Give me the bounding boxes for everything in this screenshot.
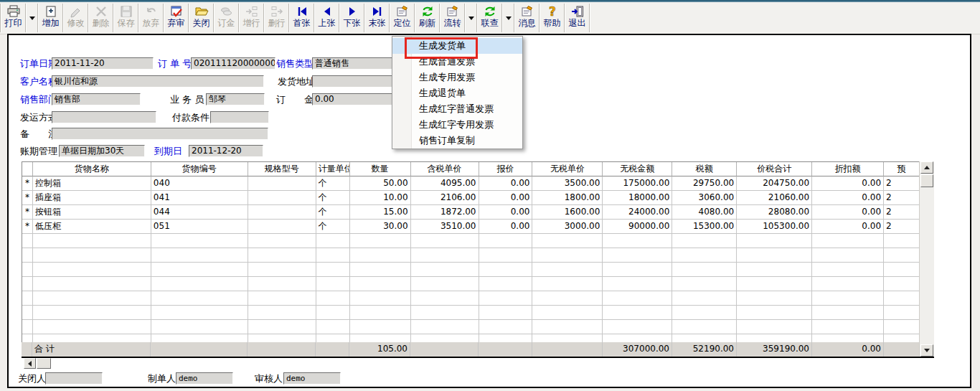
grid-cell[interactable] [603,320,672,334]
grid-cell[interactable]: 204750.00 [737,176,812,191]
grid-cell[interactable] [248,277,316,291]
grid-cell[interactable] [316,291,350,306]
menu-item-generate-delivery-note[interactable]: 生成发货单 [392,38,522,54]
grid-cell[interactable] [532,234,603,248]
grid-cell[interactable] [248,263,316,277]
grid-cell[interactable]: 15300.00 [672,220,737,234]
grid-cell[interactable] [248,176,316,191]
grid-cell[interactable] [672,234,737,248]
grid-cell[interactable] [248,320,316,334]
grid-cell[interactable] [479,342,532,357]
grid-cell[interactable] [33,277,151,291]
grid-cell[interactable] [350,320,411,334]
delivery-address-field[interactable] [312,75,392,88]
grid-cell[interactable] [532,263,603,277]
toolbar-dropdown-linked-query[interactable] [503,2,514,34]
ship-method-field[interactable] [52,111,156,123]
grid-cell[interactable] [316,277,350,291]
grid-cell[interactable] [812,291,884,306]
grid-cell[interactable] [151,277,248,291]
order-no-field[interactable]: 0201111200000000005 [191,57,275,70]
credit-period-field[interactable]: 单据日期加30天 [59,145,145,157]
grid-cell[interactable]: 低压柜 [33,220,151,234]
payment-terms-field[interactable] [210,111,269,123]
grid-cell[interactable] [479,320,533,334]
grid-cell[interactable]: 3000.00 [532,220,603,234]
grid-cell[interactable] [603,306,672,320]
grid-cell[interactable]: 2 [884,220,920,234]
grid-cell[interactable] [737,248,812,263]
menu-item-copy-sales-order[interactable]: 销售订单复制 [392,133,522,149]
grid-cell[interactable] [316,234,350,248]
grid-cell[interactable] [316,248,350,263]
grid-cell[interactable]: 90000.00 [603,220,672,234]
grid-cell[interactable] [350,248,411,263]
grid-cell[interactable] [479,306,533,320]
hscrollbar-thumb[interactable] [37,358,51,369]
deposit-field[interactable]: 0.00 [312,93,392,105]
grid-cell[interactable]: 040 [151,176,248,191]
grid-cell[interactable] [33,320,151,334]
grid-cell[interactable] [248,220,316,234]
grid-cell[interactable] [248,306,316,320]
grid-cell[interactable]: 0.00 [479,191,533,205]
grid-cell[interactable]: 105.00 [349,342,410,357]
order-date-field[interactable]: 2011-11-20 [52,57,154,70]
auditor-field[interactable]: demo [283,372,341,385]
grid-cell[interactable] [411,234,479,248]
grid-cell[interactable] [350,277,411,291]
toolbar-button-exit[interactable]: 退出 [565,2,589,34]
grid-cell[interactable]: 3500.00 [532,176,603,191]
grid-cell[interactable]: 合 计 [32,342,151,357]
grid-cell[interactable] [248,342,316,357]
grid-cell[interactable] [350,263,411,277]
grid-cell[interactable] [532,306,603,320]
grid-cell[interactable] [672,248,737,263]
grid-cell[interactable]: 1600.00 [532,205,603,220]
grid-cell[interactable]: 3060.00 [672,191,737,205]
grid-cell[interactable] [532,342,603,357]
grid-cell[interactable] [884,320,920,334]
grid-cell[interactable] [603,234,672,248]
grid-cell[interactable]: 30.00 [350,220,411,234]
menu-item-generate-red-ordinary-invoice[interactable]: 生成红字普通发票 [392,101,522,117]
grid-cell[interactable]: 15.00 [350,205,411,220]
grid-cell[interactable] [672,277,737,291]
toolbar-button-print[interactable]: 打印 [1,2,25,34]
customer-name-field[interactable]: 银川信和源 [52,75,264,88]
grid-cell[interactable] [411,320,479,334]
grid-cell[interactable] [672,263,737,277]
grid-cell[interactable] [884,306,920,320]
scroll-up-button[interactable] [920,161,933,174]
grid-cell[interactable]: 个 [316,205,350,220]
toolbar-button-unapprove[interactable]: 弃审 [164,2,188,34]
grid-cell[interactable] [248,291,316,306]
grid-cell[interactable]: 359190.00 [737,342,812,357]
scroll-left-button[interactable] [24,358,36,369]
grid-cell[interactable] [411,277,479,291]
menu-item-generate-ordinary-invoice[interactable]: 生成普通发票 [392,54,522,70]
grid-cell[interactable] [812,263,884,277]
grid-cell[interactable] [33,263,151,277]
toolbar-button-help[interactable]: ?帮助 [540,2,564,34]
toolbar-dropdown-flow[interactable] [466,2,476,34]
grid-cell[interactable]: 044 [151,205,248,220]
grid-cell[interactable]: 105300.00 [737,220,812,234]
grid-cell[interactable] [532,291,603,306]
grid-cell[interactable] [884,277,920,291]
grid-cell[interactable] [737,263,812,277]
grid-cell[interactable]: 4080.00 [672,205,737,220]
grid-horizontal-scrollbar[interactable] [24,358,51,369]
menu-item-generate-return-note[interactable]: 生成退货单 [392,85,522,101]
grid-cell[interactable] [33,234,151,248]
salesman-field[interactable]: 邹琴 [206,93,265,105]
sales-dept-field[interactable]: 销售部 [52,93,141,105]
grid-cell[interactable] [812,306,884,320]
grid-cell[interactable]: 4095.00 [411,176,479,191]
grid-cell[interactable]: 18000.00 [603,191,672,205]
grid-cell[interactable] [248,248,316,263]
grid-cell[interactable] [884,263,920,277]
grid-cell[interactable] [151,248,248,263]
grid-cell[interactable] [737,306,812,320]
grid-cell[interactable] [532,277,603,291]
